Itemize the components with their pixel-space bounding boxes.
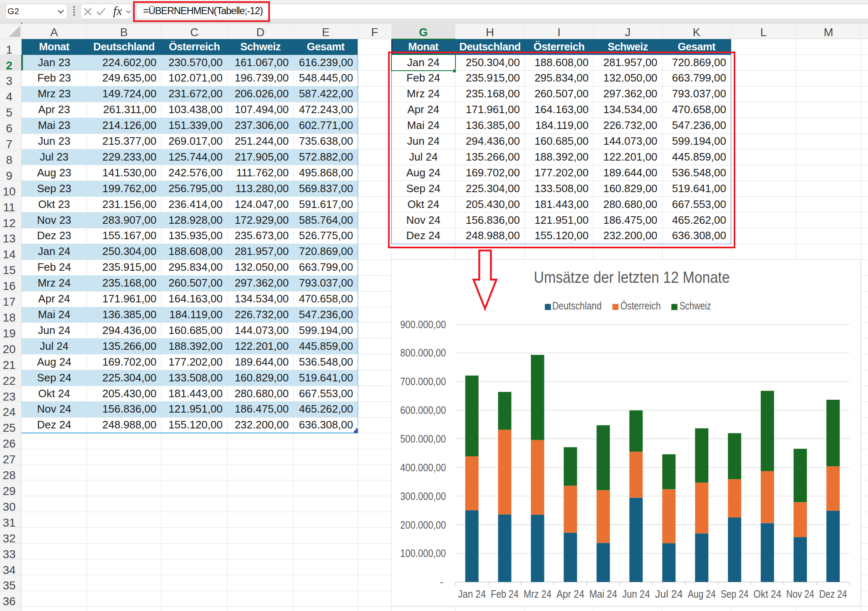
svg-text:Okt 24: Okt 24: [754, 588, 781, 600]
svg-text:Nov 24: Nov 24: [786, 588, 814, 600]
svg-text:Österreich: Österreich: [621, 300, 661, 312]
svg-text:Mrz 24: Mrz 24: [524, 588, 551, 600]
svg-text:-: -: [440, 576, 443, 588]
svg-text:Feb 24: Feb 24: [491, 588, 519, 600]
svg-text:Jan 24: Jan 24: [458, 588, 486, 600]
svg-text:Dez 24: Dez 24: [819, 588, 847, 600]
svg-text:300.000,00: 300.000,00: [400, 490, 446, 502]
svg-text:100.000,00: 100.000,00: [400, 547, 446, 559]
svg-text:700.000,00: 700.000,00: [400, 376, 446, 387]
svg-text:400.000,00: 400.000,00: [400, 462, 446, 473]
svg-text:Umsätze der letzten 12 Monate: Umsätze der letzten 12 Monate: [534, 268, 730, 286]
svg-text:600.000,00: 600.000,00: [400, 404, 446, 416]
svg-text:800.000,00: 800.000,00: [400, 347, 446, 359]
svg-text:Aug 24: Aug 24: [688, 588, 716, 600]
svg-text:500.000,00: 500.000,00: [400, 433, 446, 445]
svg-text:Schweiz: Schweiz: [680, 300, 711, 312]
svg-text:Deutschland: Deutschland: [552, 300, 602, 312]
svg-text:Apr 24: Apr 24: [556, 588, 584, 600]
svg-text:Jun 24: Jun 24: [622, 588, 650, 600]
svg-text:Sep 24: Sep 24: [721, 588, 749, 600]
svg-text:Jul 24: Jul 24: [655, 588, 683, 600]
svg-text:900.000,00: 900.000,00: [400, 319, 446, 330]
svg-text:fx: fx: [113, 4, 122, 17]
svg-text:Mai 24: Mai 24: [589, 588, 617, 600]
svg-text:200.000,00: 200.000,00: [400, 519, 446, 531]
